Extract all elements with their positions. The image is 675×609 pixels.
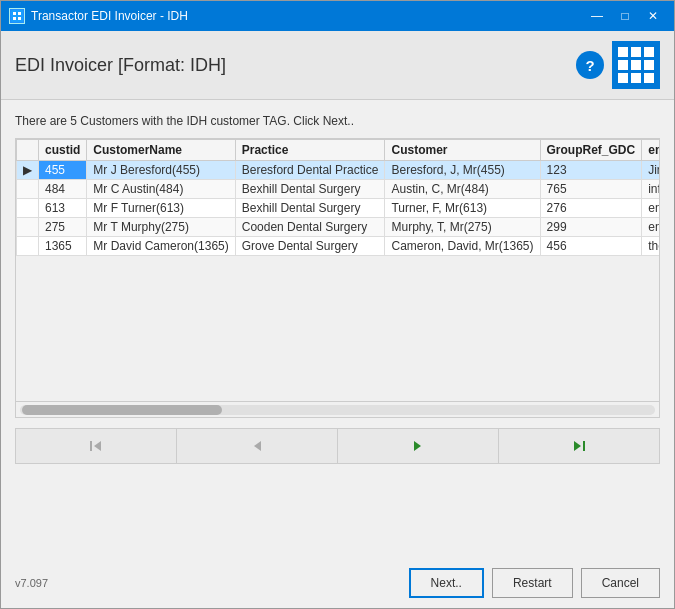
- col-header-groupref: GroupRef_GDC: [540, 140, 642, 161]
- content-area: There are 5 Customers with the IDH custo…: [1, 100, 674, 558]
- footer-buttons: Next.. Restart Cancel: [409, 568, 660, 598]
- table-row[interactable]: 275Mr T Murphy(275)Cooden Dental Surgery…: [17, 218, 660, 237]
- nav-prev-button[interactable]: [177, 429, 338, 463]
- version-label: v7.097: [15, 577, 48, 589]
- cell-custid: 1365: [39, 237, 87, 256]
- col-header-custid: [17, 140, 39, 161]
- maximize-button[interactable]: □: [612, 6, 638, 26]
- minimize-button[interactable]: —: [584, 6, 610, 26]
- cell-custid: 275: [39, 218, 87, 237]
- help-button[interactable]: ?: [576, 51, 604, 79]
- cell-practice: Bexhill Dental Surgery: [235, 180, 385, 199]
- svg-rect-0: [11, 10, 23, 22]
- header-bar: EDI Invoicer [Format: IDH] ?: [1, 31, 674, 100]
- horizontal-scrollbar[interactable]: [16, 401, 659, 417]
- table-row[interactable]: 1365Mr David Cameron(1365)Grove Dental S…: [17, 237, 660, 256]
- window-title: Transactor EDI Invoicer - IDH: [31, 9, 578, 23]
- row-indicator: [17, 199, 39, 218]
- window-icon: [9, 8, 25, 24]
- navigation-bar: [15, 428, 660, 464]
- calc-dot-7: [618, 73, 628, 83]
- cell-practice: Beresford Dental Practice: [235, 161, 385, 180]
- header-icons: ?: [576, 41, 660, 89]
- cell-custid: 613: [39, 199, 87, 218]
- table-row[interactable]: 484Mr C Austin(484)Bexhill Dental Surger…: [17, 180, 660, 199]
- header-title: EDI Invoicer [Format: IDH]: [15, 55, 226, 76]
- cell-customername: Mr J Beresford(455): [87, 161, 235, 180]
- cell-email: theboss@my.Parliament.g: [642, 237, 659, 256]
- cell-customername: Mr C Austin(484): [87, 180, 235, 199]
- table-row[interactable]: 613Mr F Turner(613)Bexhill Dental Surger…: [17, 199, 660, 218]
- cell-email: email@xxxx.nomail.com.x: [642, 218, 659, 237]
- calculator-icon: [612, 41, 660, 89]
- col-header-email: email: [642, 140, 659, 161]
- row-indicator: [17, 180, 39, 199]
- calc-dot-8: [631, 73, 641, 83]
- cell-email: JimBeresford@my.mymail: [642, 161, 659, 180]
- svg-marker-8: [414, 441, 421, 451]
- svg-rect-3: [13, 17, 16, 20]
- info-text: There are 5 Customers with the IDH custo…: [15, 114, 660, 128]
- cell-custid: 455: [39, 161, 87, 180]
- row-indicator: [17, 218, 39, 237]
- cell-customername: Mr David Cameron(1365): [87, 237, 235, 256]
- cell-customer: Beresford, J, Mr(455): [385, 161, 540, 180]
- cell-groupref_gdc: 456: [540, 237, 642, 256]
- calc-dot-3: [644, 47, 654, 57]
- table-header-row: custid CustomerName Practice Customer Gr…: [17, 140, 660, 161]
- nav-next-button[interactable]: [338, 429, 499, 463]
- table-row[interactable]: ▶455Mr J Beresford(455)Beresford Dental …: [17, 161, 660, 180]
- svg-marker-6: [94, 441, 101, 451]
- svg-rect-4: [18, 17, 21, 20]
- footer: v7.097 Next.. Restart Cancel: [1, 558, 674, 608]
- svg-rect-10: [583, 441, 585, 451]
- cell-customername: Mr F Turner(613): [87, 199, 235, 218]
- calc-dot-1: [618, 47, 628, 57]
- cell-groupref_gdc: 123: [540, 161, 642, 180]
- customer-table: custid CustomerName Practice Customer Gr…: [16, 139, 659, 256]
- col-header-practice: Practice: [235, 140, 385, 161]
- cell-practice: Bexhill Dental Surgery: [235, 199, 385, 218]
- svg-rect-5: [90, 441, 92, 451]
- nav-last-button[interactable]: [499, 429, 659, 463]
- cell-groupref_gdc: 299: [540, 218, 642, 237]
- window-controls: — □ ✕: [584, 6, 666, 26]
- cell-email: email@xxxx.nomail.com.x: [642, 199, 659, 218]
- cell-customer: Austin, C, Mr(484): [385, 180, 540, 199]
- col-header-customername: CustomerName: [87, 140, 235, 161]
- col-header-custid-val: custid: [39, 140, 87, 161]
- calc-dot-9: [644, 73, 654, 83]
- title-bar: Transactor EDI Invoicer - IDH — □ ✕: [1, 1, 674, 31]
- row-indicator: [17, 237, 39, 256]
- col-header-customer: Customer: [385, 140, 540, 161]
- cell-custid: 484: [39, 180, 87, 199]
- cell-customername: Mr T Murphy(275): [87, 218, 235, 237]
- cell-groupref_gdc: 765: [540, 180, 642, 199]
- main-window: Transactor EDI Invoicer - IDH — □ ✕ EDI …: [0, 0, 675, 609]
- customer-table-container: custid CustomerName Practice Customer Gr…: [15, 138, 660, 418]
- next-button[interactable]: Next..: [409, 568, 484, 598]
- table-scroll-area[interactable]: custid CustomerName Practice Customer Gr…: [16, 139, 659, 401]
- calc-dot-5: [631, 60, 641, 70]
- row-indicator: ▶: [17, 161, 39, 180]
- cancel-button[interactable]: Cancel: [581, 568, 660, 598]
- calc-dot-2: [631, 47, 641, 57]
- svg-marker-9: [574, 441, 581, 451]
- cell-customer: Murphy, T, Mr(275): [385, 218, 540, 237]
- calc-dot-6: [644, 60, 654, 70]
- cell-customer: Turner, F, Mr(613): [385, 199, 540, 218]
- nav-first-button[interactable]: [16, 429, 177, 463]
- cell-email: info@transactor.co.uk: [642, 180, 659, 199]
- close-button[interactable]: ✕: [640, 6, 666, 26]
- cell-groupref_gdc: 276: [540, 199, 642, 218]
- cell-practice: Grove Dental Surgery: [235, 237, 385, 256]
- cell-customer: Cameron, David, Mr(1365): [385, 237, 540, 256]
- calc-dot-4: [618, 60, 628, 70]
- svg-marker-7: [254, 441, 261, 451]
- restart-button[interactable]: Restart: [492, 568, 573, 598]
- cell-practice: Cooden Dental Surgery: [235, 218, 385, 237]
- svg-rect-2: [18, 12, 21, 15]
- svg-rect-1: [13, 12, 16, 15]
